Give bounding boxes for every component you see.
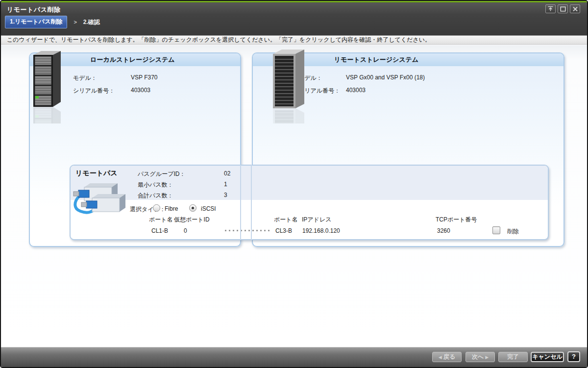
step-2: 2.確認 (83, 18, 100, 26)
local-model-value: VSP F370 (131, 74, 157, 81)
remote-path-connector-icon (73, 178, 126, 221)
ip-address-header: IPアドレス (302, 216, 331, 224)
fibre-radio[interactable] (153, 204, 160, 212)
virtual-port-id-value: 0 (184, 227, 187, 234)
remote-model-value: VSP Gx00 and VSP Fx00 (18) (346, 74, 425, 81)
local-port-name-header: ポート名 (149, 216, 173, 224)
local-serial-value: 403003 (131, 87, 150, 94)
remote-port-name-header: ポート名 (274, 216, 298, 224)
local-storage-rack-icon (30, 47, 67, 125)
min-paths-label: 最小パス数： (138, 181, 173, 189)
next-button[interactable]: 次へ ▶ (466, 352, 495, 362)
help-button[interactable]: ? (567, 351, 580, 362)
remote-port-name-value: CL3-B (275, 227, 292, 234)
step-1-active: 1.リモートパス削除 (5, 16, 67, 28)
back-button[interactable]: ◀ 戻る (432, 352, 462, 362)
select-type-label: 選択タイプ： (130, 205, 166, 214)
remote-panel-border-overlay (251, 165, 252, 240)
accent-green-line (1, 1, 587, 2)
local-panel-border-overlay (240, 165, 241, 240)
path-group-id-label: パスグループID： (138, 170, 185, 178)
next-arrow-icon: ▶ (485, 355, 489, 360)
finish-button[interactable]: 完了 (498, 352, 528, 362)
path-group-id-value: 02 (224, 170, 230, 177)
iscsi-radio[interactable] (189, 204, 196, 212)
wizard-dialog: リモートパス削除 1.リモートパス削除 > 2.確認 このウィザードで、リモート… (0, 0, 588, 368)
close-icon[interactable] (570, 4, 580, 13)
window-controls (545, 4, 580, 13)
dialog-title: リモートパス削除 (7, 5, 61, 14)
remote-serial-value: 403003 (346, 87, 366, 94)
cancel-button[interactable]: キャンセル (531, 352, 564, 362)
total-paths-label: 合計パス数： (138, 192, 173, 200)
delete-checkbox-label[interactable]: 削除 (507, 227, 519, 236)
wizard-steps: 1.リモートパス削除 > 2.確認 (5, 17, 100, 27)
instruction-bar: このウィザードで、リモートパスを削除します。「削除」のチェックボックスを選択して… (1, 35, 587, 45)
back-arrow-icon: ◀ (439, 355, 442, 360)
total-paths-value: 3 (224, 192, 227, 198)
ip-address-value: 192.168.0.120 (302, 227, 340, 234)
min-paths-value: 1 (224, 181, 227, 188)
remote-path-box: リモートパス (70, 165, 549, 240)
float-window-icon[interactable] (545, 4, 556, 13)
step-separator: > (74, 19, 76, 25)
iscsi-radio-label[interactable]: iSCSI (201, 205, 216, 212)
tcp-port-header: TCPポート番号 (436, 216, 477, 224)
local-port-name-value: CL1-B (151, 227, 168, 234)
tcp-port-value: 3260 (437, 227, 450, 234)
footer-bar: ◀ 戻る 次へ ▶ 完了 キャンセル ? (1, 347, 587, 367)
local-serial-label: シリアル番号： (73, 87, 115, 95)
path-connection-dotted-line (225, 230, 272, 231)
title-bar: リモートパス削除 1.リモートパス削除 > 2.確認 (1, 1, 587, 35)
local-model-label: モデル： (73, 74, 97, 82)
virtual-port-id-header: 仮想ポートID (174, 216, 210, 224)
fibre-radio-label[interactable]: Fibre (165, 205, 178, 212)
remote-storage-rack-icon (270, 47, 310, 125)
remote-path-title: リモートパス (75, 169, 118, 178)
maximize-icon[interactable] (558, 4, 568, 13)
delete-checkbox[interactable] (492, 226, 500, 234)
